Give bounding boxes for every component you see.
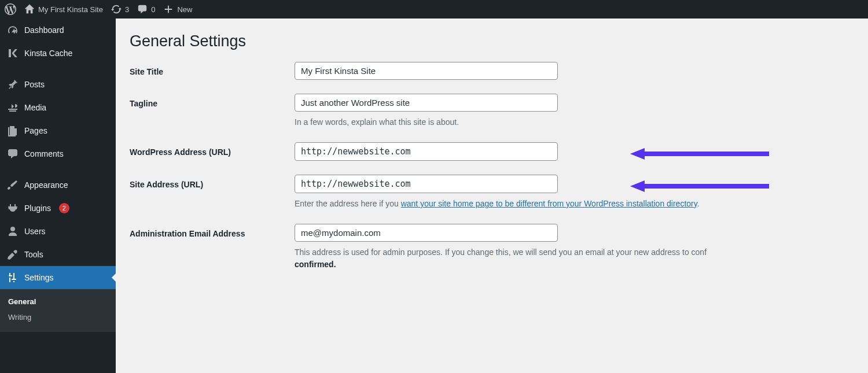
sidebar-item-comments[interactable]: Comments bbox=[0, 142, 116, 165]
sidebar-item-tools[interactable]: Tools bbox=[0, 243, 116, 266]
input-site-title[interactable] bbox=[295, 62, 558, 80]
comments-icon bbox=[7, 148, 19, 160]
row-wpurl: WordPress Address (URL) bbox=[130, 142, 854, 161]
label-tagline: Tagline bbox=[130, 94, 295, 110]
sidebar-item-plugins[interactable]: Plugins 2 bbox=[0, 197, 116, 220]
pin-icon bbox=[7, 79, 19, 90]
updates-count: 3 bbox=[125, 5, 129, 14]
row-site-title: Site Title bbox=[130, 62, 854, 80]
wp-logo[interactable] bbox=[5, 3, 16, 15]
sidebar-label: Comments bbox=[24, 149, 64, 158]
dashboard-icon bbox=[7, 24, 19, 36]
row-siteurl: Site Address (URL) Enter the address her… bbox=[130, 175, 854, 210]
site-name-text: My First Kinsta Site bbox=[38, 5, 103, 14]
comment-icon bbox=[137, 4, 148, 14]
arrow-annotation-icon bbox=[630, 148, 769, 160]
desc-text: . bbox=[697, 199, 700, 208]
brush-icon bbox=[7, 179, 19, 191]
sliders-icon bbox=[7, 272, 19, 283]
desc-strong: confirmed. bbox=[295, 260, 336, 269]
sidebar-item-pages[interactable]: Pages bbox=[0, 119, 116, 142]
wordpress-icon bbox=[5, 3, 16, 15]
sidebar-item-posts[interactable]: Posts bbox=[0, 73, 116, 96]
arrow-annotation-icon bbox=[630, 180, 769, 192]
sidebar-label: Dashboard bbox=[24, 25, 64, 35]
sidebar-item-media[interactable]: Media bbox=[0, 96, 116, 119]
input-admin-email[interactable] bbox=[295, 224, 558, 242]
desc-text: This address is used for admin purposes.… bbox=[295, 248, 707, 257]
plugins-update-badge: 2 bbox=[59, 203, 69, 213]
user-icon bbox=[7, 226, 19, 237]
updates-link[interactable]: 3 bbox=[111, 4, 129, 14]
plugin-icon bbox=[7, 202, 19, 214]
wrench-icon bbox=[7, 249, 19, 260]
sidebar-item-users[interactable]: Users bbox=[0, 220, 116, 243]
sidebar-label: Media bbox=[24, 103, 46, 112]
plus-icon bbox=[163, 4, 174, 14]
desc-admin-email: This address is used for admin purposes.… bbox=[295, 246, 854, 271]
sidebar-label: Pages bbox=[24, 126, 47, 135]
submenu-item-general[interactable]: General bbox=[0, 294, 116, 309]
admin-bar: My First Kinsta Site 3 0 New bbox=[0, 0, 868, 19]
input-tagline[interactable] bbox=[295, 94, 558, 112]
page-icon bbox=[7, 125, 19, 136]
admin-sidebar: Dashboard Kinsta Cache Posts Media Pages… bbox=[0, 19, 116, 373]
label-site-title: Site Title bbox=[130, 62, 295, 78]
submenu-item-writing[interactable]: Writing bbox=[0, 309, 116, 325]
sidebar-label: Settings bbox=[24, 273, 54, 282]
main-content: General Settings Site Title Tagline In a… bbox=[116, 19, 868, 373]
sidebar-item-settings[interactable]: Settings bbox=[0, 266, 116, 289]
row-admin-email: Administration Email Address This addres… bbox=[130, 224, 854, 271]
comments-link[interactable]: 0 bbox=[137, 4, 155, 14]
settings-submenu: General Writing bbox=[0, 289, 116, 332]
sidebar-label: Posts bbox=[24, 80, 45, 89]
new-label: New bbox=[177, 5, 192, 14]
desc-siteurl: Enter the address here if you want your … bbox=[295, 198, 854, 210]
sidebar-item-appearance[interactable]: Appearance bbox=[0, 173, 116, 197]
sidebar-label: Users bbox=[24, 227, 46, 236]
menu-separator bbox=[0, 165, 116, 173]
kinsta-icon bbox=[7, 47, 19, 59]
sidebar-label: Appearance bbox=[24, 180, 68, 190]
new-link[interactable]: New bbox=[163, 4, 192, 14]
menu-separator bbox=[0, 65, 116, 73]
site-name-link[interactable]: My First Kinsta Site bbox=[24, 4, 103, 14]
input-wpurl[interactable] bbox=[295, 142, 558, 161]
link-siteurl-help[interactable]: want your site home page to be different… bbox=[401, 199, 697, 208]
desc-text: Enter the address here if you bbox=[295, 199, 401, 208]
refresh-icon bbox=[111, 4, 122, 14]
sidebar-item-kinsta-cache[interactable]: Kinsta Cache bbox=[0, 42, 116, 65]
sidebar-label: Tools bbox=[24, 250, 43, 259]
sidebar-label: Plugins bbox=[24, 204, 51, 213]
sidebar-item-dashboard[interactable]: Dashboard bbox=[0, 19, 116, 42]
comments-count: 0 bbox=[151, 5, 155, 14]
row-tagline: Tagline In a few words, explain what thi… bbox=[130, 94, 854, 128]
desc-tagline: In a few words, explain what this site i… bbox=[295, 116, 854, 128]
label-admin-email: Administration Email Address bbox=[130, 224, 295, 240]
media-icon bbox=[7, 102, 19, 113]
label-wpurl: WordPress Address (URL) bbox=[130, 142, 295, 158]
input-siteurl[interactable] bbox=[295, 175, 558, 193]
sidebar-label: Kinsta Cache bbox=[24, 49, 72, 58]
label-siteurl: Site Address (URL) bbox=[130, 175, 295, 191]
home-icon bbox=[24, 4, 35, 14]
page-title: General Settings bbox=[130, 32, 854, 50]
